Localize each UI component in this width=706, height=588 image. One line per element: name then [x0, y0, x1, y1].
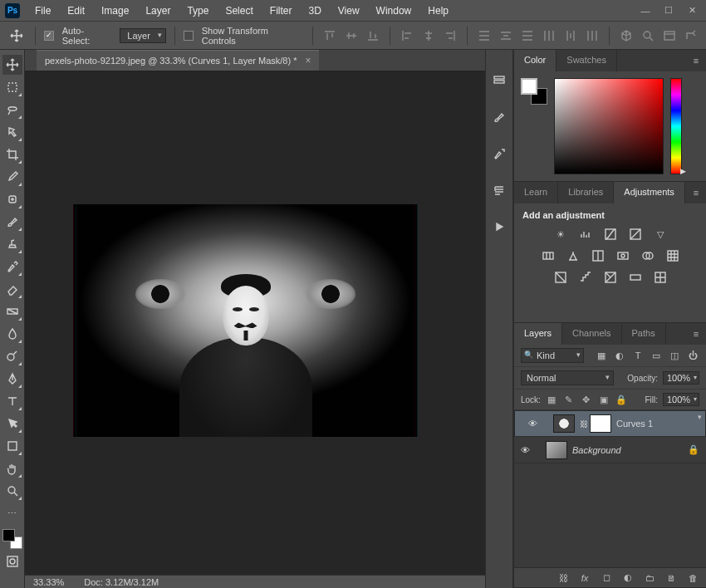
- pen-tool[interactable]: [2, 369, 22, 389]
- close-button[interactable]: ✕: [681, 3, 703, 18]
- filter-adjust-icon[interactable]: ◐: [613, 349, 626, 362]
- dist-vcenter-icon[interactable]: [498, 27, 514, 44]
- eraser-tool[interactable]: [2, 279, 22, 299]
- autoselect-target-select[interactable]: Layer: [120, 28, 166, 43]
- adj-posterize-icon[interactable]: [577, 270, 594, 285]
- adjustments-panel-menu-icon[interactable]: ≡: [686, 182, 706, 203]
- gradient-tool[interactable]: [2, 301, 22, 321]
- arrange-docs-icon[interactable]: [661, 27, 678, 44]
- menu-edit[interactable]: Edit: [61, 2, 91, 20]
- lock-all-icon[interactable]: 🔒: [615, 394, 627, 405]
- layers-panel-menu-icon[interactable]: ≡: [686, 323, 706, 345]
- adj-hue-icon[interactable]: [540, 248, 556, 263]
- align-right-icon[interactable]: [442, 27, 458, 44]
- adj-exposure-icon[interactable]: [627, 227, 644, 242]
- document-tab[interactable]: pexels-photo-92129.jpeg @ 33.3% (Curves …: [37, 50, 319, 71]
- adj-photofilter-icon[interactable]: [615, 248, 631, 263]
- type-tool[interactable]: [2, 391, 22, 411]
- adj-brightness-icon[interactable]: ☀: [552, 227, 569, 242]
- tab-layers[interactable]: Layers: [514, 323, 562, 345]
- dist-right-icon[interactable]: [584, 27, 601, 44]
- lasso-tool[interactable]: [2, 100, 22, 120]
- autoselect-checkbox[interactable]: ✓: [44, 31, 54, 41]
- color-panel-menu-icon[interactable]: ≡: [686, 50, 706, 71]
- adj-vibrance-icon[interactable]: ▽: [652, 227, 669, 242]
- actions-panel-icon[interactable]: [490, 218, 508, 236]
- align-hcenter-icon[interactable]: [420, 27, 437, 44]
- share-icon[interactable]: [683, 27, 699, 44]
- menu-select[interactable]: Select: [218, 2, 259, 20]
- layer-fx-icon[interactable]: fx: [578, 571, 591, 585]
- lock-transparent-icon[interactable]: ▦: [546, 394, 557, 405]
- adj-levels-icon[interactable]: [577, 227, 594, 242]
- shape-tool[interactable]: [2, 436, 22, 456]
- adjustment-thumb[interactable]: [553, 414, 575, 433]
- dist-hcenter-icon[interactable]: [562, 27, 579, 44]
- brushes-panel-icon[interactable]: [490, 108, 508, 126]
- opacity-input[interactable]: 100%: [663, 371, 699, 385]
- zoom-tool[interactable]: [2, 481, 22, 501]
- adj-gradientmap-icon[interactable]: [627, 270, 644, 285]
- add-mask-icon[interactable]: ◻: [600, 571, 613, 585]
- menu-view[interactable]: View: [331, 2, 366, 20]
- tab-libraries[interactable]: Libraries: [558, 182, 614, 203]
- adj-threshold-icon[interactable]: [602, 270, 619, 285]
- filter-toggle-icon[interactable]: ⏻: [686, 349, 699, 362]
- link-layers-icon[interactable]: ⛓: [556, 571, 570, 585]
- edit-toolbar[interactable]: ⋯: [2, 503, 22, 523]
- menu-filter[interactable]: Filter: [263, 2, 299, 20]
- tab-channels[interactable]: Channels: [562, 323, 621, 345]
- canvas-stage[interactable]: [25, 71, 485, 575]
- hand-tool[interactable]: [2, 458, 22, 478]
- brush-settings-icon[interactable]: [490, 145, 508, 163]
- clone-stamp-tool[interactable]: [2, 234, 22, 254]
- lock-artboard-icon[interactable]: ▣: [598, 394, 610, 405]
- quick-select-tool[interactable]: [2, 122, 22, 142]
- align-left-icon[interactable]: [399, 27, 415, 44]
- marquee-tool[interactable]: [2, 77, 22, 97]
- adj-bw-icon[interactable]: [590, 248, 606, 263]
- 3d-mode-icon[interactable]: [618, 27, 635, 44]
- adj-curves-icon[interactable]: [602, 227, 619, 242]
- layer-name[interactable]: Background: [572, 445, 688, 455]
- brush-tool[interactable]: [2, 212, 22, 232]
- menu-window[interactable]: Window: [370, 2, 419, 20]
- new-group-icon[interactable]: 🗀: [643, 571, 656, 585]
- maximize-button[interactable]: ☐: [658, 3, 679, 18]
- filter-smart-icon[interactable]: ◫: [668, 349, 681, 362]
- eyedropper-tool[interactable]: [2, 167, 22, 187]
- history-brush-tool[interactable]: [2, 257, 22, 277]
- tab-swatches[interactable]: Swatches: [556, 50, 617, 71]
- zoom-level[interactable]: 33.33%: [33, 577, 64, 587]
- layer-name[interactable]: Curves 1: [616, 419, 699, 429]
- filter-type-icon[interactable]: T: [631, 349, 645, 362]
- search-icon[interactable]: [640, 27, 656, 44]
- blur-tool[interactable]: [2, 324, 22, 344]
- delete-layer-icon[interactable]: 🗑: [686, 571, 699, 585]
- minimize-button[interactable]: —: [635, 3, 656, 18]
- menu-layer[interactable]: Layer: [139, 2, 177, 20]
- tab-learn[interactable]: Learn: [514, 182, 558, 203]
- layer-row-curves[interactable]: 👁 ⛓ Curves 1: [514, 410, 706, 437]
- adj-colorlookup-icon[interactable]: [664, 248, 681, 263]
- quickmask-toggle[interactable]: [2, 551, 22, 571]
- hue-slider[interactable]: ▶: [670, 78, 682, 174]
- blend-mode-select[interactable]: Normal: [521, 370, 614, 385]
- lock-pixels-icon[interactable]: ✎: [563, 394, 575, 405]
- adj-colorbalance-icon[interactable]: [565, 248, 581, 263]
- dist-top-icon[interactable]: [476, 27, 493, 44]
- tab-adjustments[interactable]: Adjustments: [614, 182, 685, 203]
- paragraph-panel-icon[interactable]: [490, 181, 508, 199]
- align-bottom-icon[interactable]: [365, 27, 381, 44]
- healing-brush-tool[interactable]: [2, 189, 22, 209]
- menu-help[interactable]: Help: [421, 2, 455, 20]
- visibility-toggle[interactable]: 👁: [514, 445, 536, 455]
- lock-position-icon[interactable]: ✥: [581, 394, 592, 405]
- color-fgbg-swatch[interactable]: [521, 78, 547, 105]
- saturation-value-picker[interactable]: [554, 78, 664, 174]
- dodge-tool[interactable]: [2, 346, 22, 366]
- path-select-tool[interactable]: [2, 414, 22, 434]
- fgbg-swatch[interactable]: [2, 529, 22, 549]
- layer-filter-kind[interactable]: Kind: [521, 348, 584, 363]
- menu-file[interactable]: File: [28, 2, 57, 20]
